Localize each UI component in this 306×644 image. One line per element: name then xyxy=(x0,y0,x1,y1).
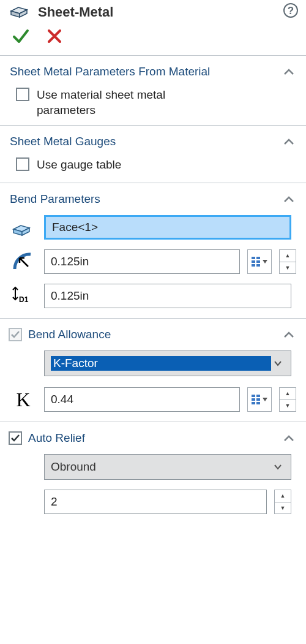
relief-type-row: Obround xyxy=(0,452,306,482)
spin-up-icon[interactable]: ▲ xyxy=(280,388,296,400)
chevron-up-icon[interactable] xyxy=(282,192,296,206)
link-values-button[interactable] xyxy=(247,249,272,274)
section-gauges[interactable]: Sheet Metal Gauges xyxy=(0,126,306,155)
face-select-icon xyxy=(10,215,37,240)
auto-relief-checkbox[interactable] xyxy=(9,431,22,445)
k-factor-row: K 0.44 ▲ ▼ xyxy=(0,385,306,414)
relief-ratio-spinner[interactable]: ▲ ▼ xyxy=(274,490,291,514)
allowance-method-row: K-Factor xyxy=(0,348,306,379)
spin-down-icon[interactable]: ▼ xyxy=(280,400,296,412)
svg-text:D1: D1 xyxy=(19,295,29,304)
chevron-down-icon xyxy=(271,455,285,479)
chevron-up-icon[interactable] xyxy=(282,64,296,79)
spin-down-icon[interactable]: ▼ xyxy=(280,262,296,274)
use-gauge-label: Use gauge table xyxy=(37,157,121,173)
panel-header: Sheet-Metal ? xyxy=(0,0,306,24)
use-material-label: Use material sheet metal parameters xyxy=(37,88,208,118)
sheet-metal-panel: Sheet-Metal ? Sheet Metal Parameters Fro… xyxy=(0,0,306,517)
bend-allowance-checkbox xyxy=(9,328,22,341)
chevron-up-icon[interactable] xyxy=(282,134,296,149)
bend-radius-row: 0.125in ▲ ▼ xyxy=(0,247,306,276)
k-factor-input[interactable]: 0.44 xyxy=(44,387,240,412)
relief-ratio-input[interactable]: 2 xyxy=(44,490,267,514)
svg-text:?: ? xyxy=(288,5,294,17)
section-from-material[interactable]: Sheet Metal Parameters From Material xyxy=(0,56,306,85)
spin-down-icon[interactable]: ▼ xyxy=(275,502,291,514)
sheet-metal-icon xyxy=(10,1,32,23)
use-material-checkbox[interactable] xyxy=(16,88,29,101)
thickness-icon: D1 xyxy=(10,284,37,308)
section-auto-relief[interactable]: Auto Relief xyxy=(0,422,306,452)
thickness-input[interactable]: 0.125in xyxy=(44,284,291,308)
use-gauge-checkbox[interactable] xyxy=(16,157,29,171)
bend-radius-input[interactable]: 0.125in xyxy=(44,249,240,274)
chevron-down-icon xyxy=(271,351,285,376)
bend-radius-spinner[interactable]: ▲ ▼ xyxy=(279,249,296,274)
face-selection-input[interactable]: Face<1> xyxy=(44,215,291,240)
bend-radius-icon xyxy=(10,249,37,274)
use-material-row: Use material sheet metal parameters xyxy=(0,85,306,125)
relief-type-dropdown[interactable]: Obround xyxy=(44,454,291,480)
ok-button[interactable] xyxy=(12,28,29,48)
chevron-up-icon[interactable] xyxy=(282,327,296,342)
chevron-up-icon[interactable] xyxy=(282,431,296,445)
k-factor-spinner[interactable]: ▲ ▼ xyxy=(279,387,296,412)
section-bend-allowance[interactable]: Bend Allowance xyxy=(0,319,306,348)
help-icon[interactable]: ? xyxy=(283,2,299,21)
link-values-button[interactable] xyxy=(247,387,272,412)
spin-up-icon[interactable]: ▲ xyxy=(275,490,291,502)
face-selection-row: Face<1> xyxy=(0,213,306,242)
section-bend-parameters[interactable]: Bend Parameters xyxy=(0,183,306,213)
spin-up-icon[interactable]: ▲ xyxy=(280,250,296,262)
panel-title: Sheet-Metal xyxy=(38,4,283,20)
cancel-button[interactable] xyxy=(47,28,62,47)
allowance-method-dropdown[interactable]: K-Factor xyxy=(44,350,291,376)
use-gauge-row: Use gauge table xyxy=(0,155,306,183)
k-factor-icon: K xyxy=(10,387,37,412)
action-bar xyxy=(0,24,306,55)
thickness-row: D1 0.125in xyxy=(0,281,306,311)
relief-ratio-row: 2 ▲ ▼ xyxy=(0,487,306,517)
